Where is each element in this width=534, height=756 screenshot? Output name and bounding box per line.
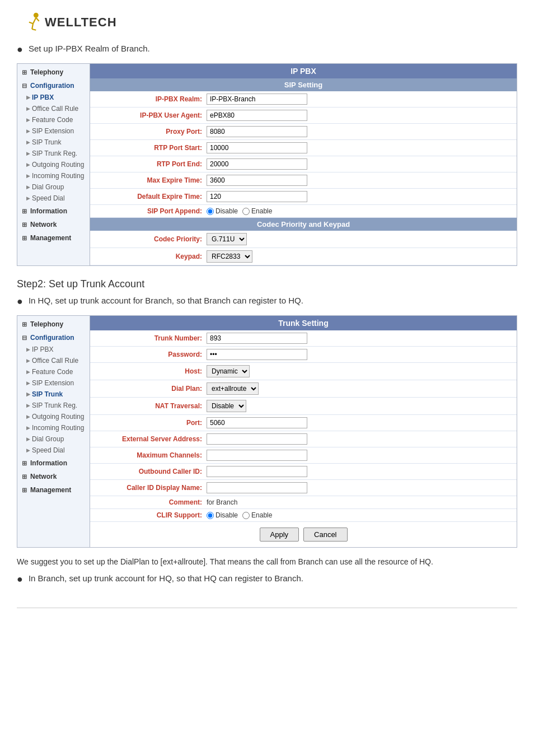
input-ip-pbx-realm[interactable]: [207, 94, 307, 105]
step2-sidebar-item-speed-dial[interactable]: ▶ Speed Dial: [17, 445, 90, 456]
sidebar-item-feature-code[interactable]: ▶ Feature Code: [17, 114, 90, 125]
form-label-proxyport: Proxy Port:: [95, 128, 207, 136]
step2-sidebar-item-feature-code[interactable]: ▶ Feature Code: [17, 366, 90, 377]
step2-sidebar-item-office-call-rule[interactable]: ▶ Office Call Rule: [17, 355, 90, 366]
sidebar-item-sip-extension[interactable]: ▶ SIP Extension: [17, 125, 90, 137]
clir-enable-label[interactable]: Enable: [242, 511, 272, 519]
clir-disable-label[interactable]: Disable: [207, 511, 238, 519]
form-label-useragent: IP-PBX User Agent:: [95, 111, 207, 119]
sidebar-item-sip-trunk-reg[interactable]: ▶ SIP Trunk Reg.: [17, 148, 90, 159]
step2-sidebar-item-outgoing-routing[interactable]: ▶ Outgoing Routing: [17, 411, 90, 422]
cancel-button[interactable]: Cancel: [303, 528, 347, 542]
radio-enable[interactable]: [242, 208, 250, 215]
apply-button[interactable]: Apply: [260, 528, 299, 542]
step2-heading: Step2: Set up Trunk Account: [17, 278, 517, 290]
form-label-sipportappend: SIP Port Append:: [95, 207, 207, 215]
form-label-codec: Codec Priority:: [95, 235, 207, 243]
sidebar-item-office-call-rule[interactable]: ▶ Office Call Rule: [17, 103, 90, 114]
arrow-icon: ▶: [26, 184, 30, 190]
input-rtp-port-start[interactable]: [207, 142, 307, 153]
step2-sidebar-item-sip-extension[interactable]: ▶ SIP Extension: [17, 377, 90, 389]
form-label-clir: CLIR Support:: [95, 511, 207, 519]
minus-icon: ⊟: [22, 82, 27, 90]
input-external-server[interactable]: [207, 433, 307, 445]
step2-sidebar-group-management: ⊞ Management: [17, 484, 90, 496]
input-callerid-display[interactable]: [207, 482, 307, 493]
form-row-password: Password:: [90, 347, 517, 363]
sidebar-management[interactable]: ⊞ Management: [17, 232, 90, 244]
sidebar-configuration[interactable]: ⊟ Configuration: [17, 80, 90, 92]
form-label-rtpstart: RTP Port Start:: [95, 144, 207, 152]
step2-sidebar-item-dial-group[interactable]: ▶ Dial Group: [17, 433, 90, 445]
sidebar-group-information: ⊞ Information: [17, 205, 90, 217]
form-row-port: Port:: [90, 415, 517, 431]
form-label-dialplan: Dial Plan:: [95, 385, 207, 393]
sidebar-item-outgoing-routing[interactable]: ▶ Outgoing Routing: [17, 159, 90, 170]
select-codec-priority[interactable]: G.711U: [207, 233, 247, 245]
step2-sidebar-item-sip-trunk-reg[interactable]: ▶ SIP Trunk Reg.: [17, 400, 90, 411]
input-outbound-callerid[interactable]: [207, 466, 307, 477]
step2-bullet1: ● In HQ, set up trunk account for Branch…: [17, 296, 517, 307]
sidebar-group-network: ⊞ Network: [17, 218, 90, 231]
sidebar-network[interactable]: ⊞ Network: [17, 218, 90, 231]
radio-clir-disable[interactable]: [207, 512, 214, 519]
input-max-channels[interactable]: [207, 450, 307, 461]
step2-sidebar-telephony[interactable]: ⊞ Telephony: [17, 318, 90, 330]
arrow-icon: ▶: [26, 436, 30, 442]
step2-bullet2-text: In Branch, set up trunk account for HQ, …: [29, 573, 303, 583]
radio-disable[interactable]: [207, 208, 214, 215]
step2-sidebar-information[interactable]: ⊞ Information: [17, 457, 90, 469]
form-row-realm: IP-PBX Realm:: [90, 91, 517, 108]
radio-clir-enable[interactable]: [242, 512, 250, 519]
input-password[interactable]: [207, 349, 307, 360]
step2-sidebar-network[interactable]: ⊞ Network: [17, 470, 90, 483]
step2-sidebar-item-incoming-routing[interactable]: ▶ Incoming Routing: [17, 422, 90, 433]
step2-sidebar-configuration[interactable]: ⊟ Configuration: [17, 332, 90, 344]
plus-icon: ⊞: [22, 221, 27, 228]
sidebar-item-ip-pbx[interactable]: ▶ IP PBX: [17, 92, 90, 103]
arrow-icon: ▶: [26, 195, 30, 201]
input-max-expire-time[interactable]: [207, 175, 307, 186]
input-port[interactable]: [207, 417, 307, 428]
sidebar-item-sip-trunk[interactable]: ▶ SIP Trunk: [17, 137, 90, 148]
paragraph-text: We suggest you to set up the DialPlan to…: [17, 556, 517, 568]
form-row-keypad: Keypad: RFC2833: [90, 248, 517, 265]
form-label-port: Port:: [95, 419, 207, 427]
sidebar-telephony[interactable]: ⊞ Telephony: [17, 66, 90, 78]
step2-sidebar-management[interactable]: ⊞ Management: [17, 484, 90, 496]
radio-disable-label[interactable]: Disable: [207, 207, 238, 215]
input-default-expire-time[interactable]: [207, 191, 307, 202]
form-row-ext-server: External Server Address:: [90, 431, 517, 447]
arrow-icon: ▶: [26, 173, 30, 179]
plus-icon: ⊞: [22, 473, 27, 480]
input-proxy-port[interactable]: [207, 126, 307, 137]
step1-bullet-text: Set up IP-PBX Realm of Branch.: [29, 44, 150, 53]
step2-sidebar-item-ip-pbx[interactable]: ▶ IP PBX: [17, 344, 90, 355]
input-rtp-port-end[interactable]: [207, 158, 307, 170]
form-row-proxyport: Proxy Port:: [90, 124, 517, 140]
plus-icon: ⊞: [22, 460, 27, 467]
select-dial-plan[interactable]: ext+allroute: [207, 382, 259, 395]
select-nat-traversal[interactable]: Disable: [207, 400, 246, 412]
radio-sip-port-append: Disable Enable: [207, 207, 272, 215]
form-row-maxexpire: Max Expire Time:: [90, 172, 517, 189]
step2-sidebar-item-sip-trunk[interactable]: ▶ SIP Trunk: [17, 389, 90, 400]
input-trunk-number[interactable]: [207, 333, 307, 344]
bullet-dot: ●: [17, 44, 23, 55]
step1-table: ⊞ Telephony ⊟ Configuration ▶ IP PBX ▶ O…: [17, 63, 517, 266]
sidebar-item-incoming-routing[interactable]: ▶ Incoming Routing: [17, 170, 90, 181]
step2-sidebar-group-telephony: ⊞ Telephony: [17, 318, 90, 330]
svg-point-0: [34, 13, 39, 18]
plus-icon: ⊞: [22, 69, 27, 76]
sidebar-item-speed-dial[interactable]: ▶ Speed Dial: [17, 193, 90, 204]
sidebar-item-dial-group[interactable]: ▶ Dial Group: [17, 181, 90, 193]
form-row-callerid-display: Caller ID Display Name:: [90, 480, 517, 496]
input-ip-pbx-useragent[interactable]: [207, 110, 307, 121]
select-host[interactable]: Dynamic: [207, 365, 250, 377]
select-keypad[interactable]: RFC2833: [207, 250, 252, 263]
sidebar-information[interactable]: ⊞ Information: [17, 205, 90, 217]
sidebar-group-configuration: ⊟ Configuration ▶ IP PBX ▶ Office Call R…: [17, 80, 90, 204]
radio-enable-label[interactable]: Enable: [242, 207, 272, 215]
form-row-nat: NAT Traversal: Disable: [90, 398, 517, 415]
bullet-dot3: ●: [17, 573, 23, 585]
